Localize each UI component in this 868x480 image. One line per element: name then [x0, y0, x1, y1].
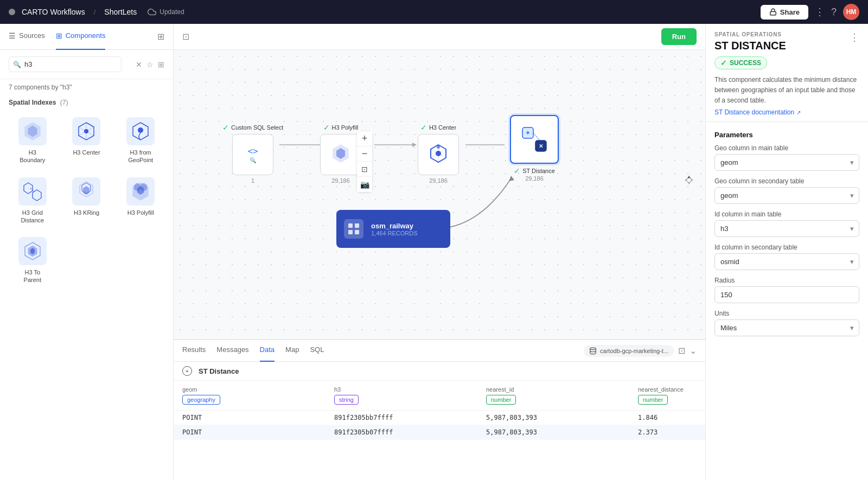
svg-rect-43: [348, 230, 353, 234]
h3-kring-label: H3 KRing: [74, 209, 99, 216]
rotate-icon[interactable]: [684, 175, 694, 187]
h3-grid-distance-icon: [18, 177, 47, 206]
center-node-count: 29,186: [429, 177, 448, 184]
param-geo-main: Geo column in main table geom: [714, 144, 859, 171]
cell-nearest-dist-2: 2.373: [638, 428, 705, 436]
table-title: ST Distance: [199, 367, 239, 375]
sources-icon: ☰: [9, 31, 16, 40]
param-label-id-secondary: Id column in secondary table: [714, 244, 859, 251]
bottom-right: cartodb-gcp-marketing-t... ⊡ ⌄: [584, 345, 697, 357]
tab-sql[interactable]: SQL: [310, 340, 324, 362]
param-units: Units Miles Kilometers Meters: [714, 310, 859, 336]
svg-line-40: [533, 133, 540, 140]
param-label-units: Units: [714, 310, 859, 317]
workflow-canvas[interactable]: ✓ Custom SQL Select <> 🔍 1 ✓ H3 Polyfill: [174, 50, 705, 339]
db-icon: [589, 347, 597, 355]
cloud-icon: [148, 8, 156, 16]
cell-geom-1: POINT: [182, 414, 334, 421]
zoom-in-button[interactable]: +: [357, 131, 372, 146]
components-count: 7 components by "h3": [0, 79, 173, 95]
badge-geography: geography: [182, 395, 220, 405]
right-panel: SPATIAL OPERATIONS ST DISTANCE ⋮ ✓ SUCCE…: [705, 24, 868, 480]
component-h3-kring[interactable]: H3 KRing: [61, 172, 113, 230]
divider: [706, 121, 868, 122]
zoom-out-button[interactable]: −: [357, 146, 372, 162]
component-h3-from-geopoint[interactable]: H3 fromGeoPoint: [114, 112, 167, 170]
h3-geopoint-label: H3 fromGeoPoint: [128, 149, 153, 164]
cell-h3-2: 891f2305b07ffff: [334, 428, 486, 436]
node-label-polyfill: H3 Polyfill: [332, 124, 359, 131]
osm-label: osm_railway: [371, 222, 418, 230]
badge-number-1: number: [486, 395, 516, 405]
panel-expand-icon[interactable]: ⊞: [157, 31, 164, 42]
update-status: Updated: [148, 8, 184, 16]
cell-h3-1: 891f2305bb7ffff: [334, 414, 486, 421]
grid-view-icon[interactable]: ⊞: [158, 60, 164, 69]
clear-icon[interactable]: ✕: [136, 60, 142, 69]
more-options-icon[interactable]: ⋮: [815, 6, 825, 18]
component-h3-boundary[interactable]: H3Boundary: [7, 112, 59, 170]
canvas-toolbar: ⊡ Run: [174, 24, 705, 50]
chevron-down-icon[interactable]: ⌄: [690, 345, 697, 356]
success-area: ✓ SUCCESS: [706, 52, 868, 75]
tab-sources[interactable]: ☰ Sources: [9, 24, 45, 50]
component-h3-center[interactable]: H3 Center: [61, 112, 113, 170]
col-header-h3: h3 string: [334, 384, 486, 407]
tab-results[interactable]: Results: [182, 340, 206, 362]
tab-data[interactable]: Data: [260, 340, 275, 362]
map-controls: + − ⊡ 📷: [357, 131, 372, 192]
param-id-main: Id column in main table h3: [714, 210, 859, 237]
select-geo-main[interactable]: geom: [714, 154, 859, 171]
node-label-dist: ST Distance: [522, 168, 555, 174]
component-h3-polyfill[interactable]: H3 Polyfill: [114, 172, 167, 230]
h3-to-parent-icon: [18, 237, 47, 265]
doc-link[interactable]: ST Distance documentation ↗: [706, 106, 868, 118]
select-geo-secondary[interactable]: geom: [714, 187, 859, 204]
col-header-geom: geom geography: [182, 384, 334, 407]
tab-map[interactable]: Map: [285, 340, 299, 362]
check-icon-polyfill: ✓: [323, 123, 330, 132]
tab-messages[interactable]: Messages: [216, 340, 248, 362]
h3-center-icon: [72, 117, 100, 145]
col-name-nearest-id: nearest_id: [486, 386, 638, 393]
right-section-label: SPATIAL OPERATIONS: [714, 31, 859, 37]
select-id-main[interactable]: h3: [714, 220, 859, 237]
select-id-secondary[interactable]: osmid: [714, 253, 859, 270]
star-icon[interactable]: ☆: [146, 60, 154, 69]
select-wrapper-geo-main: geom: [714, 154, 859, 171]
fit-icon[interactable]: ⊡: [357, 162, 372, 177]
right-header: SPATIAL OPERATIONS ST DISTANCE ⋮: [706, 24, 868, 52]
node-h3-polyfill[interactable]: ✓ H3 Polyfill 29,186: [320, 123, 361, 184]
node-h3-center[interactable]: ✓ H3 Center 29,186: [418, 123, 459, 184]
node-st-distance[interactable]: + ✕ ✓ ST Distance 29,186: [510, 115, 559, 182]
param-label-geo-main: Geo column in main table: [714, 144, 859, 152]
run-button[interactable]: Run: [661, 28, 697, 45]
node-osm-railway[interactable]: osm_railway 1,464 RECORDS: [336, 210, 450, 248]
select-units[interactable]: Miles Kilometers Meters: [714, 319, 859, 336]
component-h3-to-parent[interactable]: H3 ToParent: [7, 232, 59, 290]
node-custom-sql[interactable]: ✓ Custom SQL Select <> 🔍 1: [222, 123, 283, 184]
user-avatar[interactable]: HM: [843, 4, 859, 20]
help-icon[interactable]: ?: [831, 7, 837, 18]
input-radius[interactable]: [714, 286, 859, 303]
params-title: Parameters: [714, 131, 859, 139]
success-check-icon: ✓: [720, 59, 727, 67]
search-area: 🔍 ✕ ☆ ⊞: [0, 50, 173, 79]
search-input[interactable]: [9, 56, 122, 72]
bottom-area: Results Messages Data Map SQL cartodb-gc…: [174, 339, 705, 480]
component-h3-grid-distance[interactable]: H3 GridDistance: [7, 172, 59, 230]
svg-marker-26: [412, 143, 417, 147]
param-label-id-main: Id column in main table: [714, 210, 859, 218]
project-name: ShortLets: [104, 8, 137, 16]
fit-view-icon[interactable]: ⊡: [182, 31, 189, 42]
right-more-icon[interactable]: ⋮: [850, 31, 859, 43]
dist-node-count: 29,186: [525, 175, 544, 182]
select-wrapper-id-secondary: osmid: [714, 253, 859, 270]
share-button[interactable]: Share: [761, 5, 808, 20]
svg-text:✕: ✕: [539, 143, 543, 149]
svg-rect-44: [355, 230, 359, 234]
screenshot-icon[interactable]: 📷: [357, 177, 372, 192]
tab-components[interactable]: ⊞ Components: [56, 24, 106, 50]
expand-icon[interactable]: ⊡: [678, 345, 685, 356]
badge-string: string: [334, 395, 359, 405]
